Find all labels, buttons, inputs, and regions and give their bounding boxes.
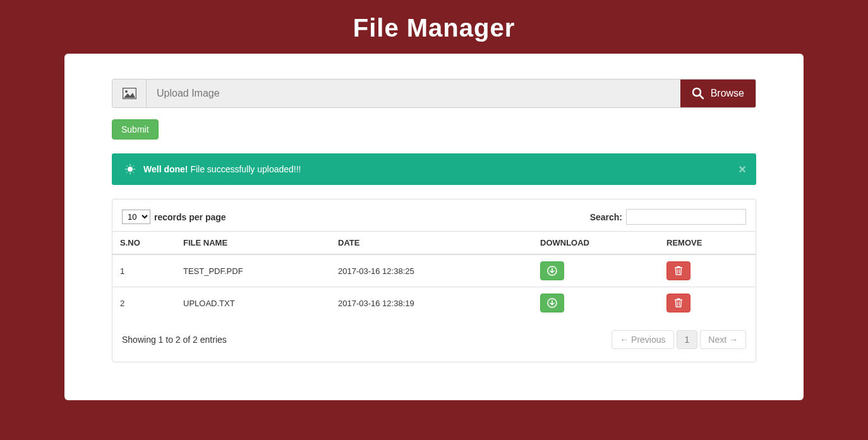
download-button[interactable] — [540, 294, 564, 312]
table-header-row: S.NO FILE NAME DATE DOWNLOAD REMOVE — [112, 232, 756, 255]
download-icon — [547, 298, 557, 308]
table-row: 1TEST_PDF.PDF2017-03-16 12:38:25 — [112, 254, 756, 287]
alert-text: Well done! File successfully uploaded!!! — [143, 164, 301, 174]
col-download[interactable]: DOWNLOAD — [533, 232, 659, 255]
cell-remove — [659, 254, 756, 287]
upload-input-wrap — [147, 80, 680, 107]
download-icon — [547, 266, 557, 276]
cell-remove — [659, 287, 756, 319]
search-icon — [692, 87, 704, 100]
download-button[interactable] — [540, 261, 564, 280]
svg-point-1 — [125, 90, 128, 93]
col-sno[interactable]: S.NO — [112, 232, 176, 255]
starburst-icon — [124, 164, 136, 175]
prev-button[interactable]: ← Previous — [612, 330, 673, 349]
main-panel: Browse Submit Well done! File successful… — [64, 54, 804, 400]
browse-button[interactable]: Browse — [680, 80, 756, 107]
next-button[interactable]: Next → — [700, 330, 746, 349]
close-icon: × — [738, 162, 746, 176]
cell-download — [533, 254, 659, 287]
page-size-select[interactable]: 10 — [122, 210, 150, 224]
upload-bar: Browse — [112, 79, 756, 108]
search-label: Search: — [590, 212, 622, 222]
search-wrap: Search: — [590, 209, 746, 225]
svg-point-4 — [128, 167, 133, 172]
upload-input[interactable] — [157, 88, 670, 99]
page-1-button[interactable]: 1 — [677, 330, 698, 349]
page-title: File Manager — [0, 0, 868, 54]
entries-info: Showing 1 to 2 of 2 entries — [122, 335, 227, 345]
cell-file: UPLOAD.TXT — [176, 287, 330, 319]
table-panel: 10 records per page Search: S.NO FILE NA… — [112, 199, 756, 362]
success-alert: Well done! File successfully uploaded!!!… — [112, 153, 756, 185]
col-remove[interactable]: REMOVE — [659, 232, 756, 255]
submit-button[interactable]: Submit — [112, 119, 159, 140]
search-input[interactable] — [626, 209, 746, 225]
col-file[interactable]: FILE NAME — [176, 232, 330, 255]
records-label: records per page — [154, 212, 226, 222]
col-date[interactable]: DATE — [330, 232, 533, 255]
pager: ← Previous 1 Next → — [612, 330, 746, 349]
cell-date: 2017-03-16 12:38:19 — [330, 287, 533, 319]
table-row: 2UPLOAD.TXT2017-03-16 12:38:19 — [112, 287, 756, 319]
remove-button[interactable] — [666, 294, 690, 312]
alert-message: File successfully uploaded!!! — [190, 164, 301, 174]
cell-file: TEST_PDF.PDF — [176, 254, 330, 287]
table-footer: Showing 1 to 2 of 2 entries ← Previous 1… — [112, 319, 756, 349]
cell-sno: 2 — [112, 287, 176, 319]
cell-date: 2017-03-16 12:38:25 — [330, 254, 533, 287]
browse-label: Browse — [711, 88, 744, 99]
alert-strong: Well done! — [143, 164, 188, 174]
trash-icon — [674, 266, 683, 276]
image-icon — [112, 80, 147, 107]
records-per-page: 10 records per page — [122, 210, 226, 224]
cell-sno: 1 — [112, 254, 176, 287]
remove-button[interactable] — [666, 261, 690, 280]
trash-icon — [674, 298, 683, 308]
files-table: S.NO FILE NAME DATE DOWNLOAD REMOVE 1TES… — [112, 231, 756, 319]
table-controls: 10 records per page Search: — [112, 209, 756, 231]
cell-download — [533, 287, 659, 319]
close-alert-button[interactable]: × — [738, 162, 746, 177]
svg-line-3 — [700, 95, 703, 98]
